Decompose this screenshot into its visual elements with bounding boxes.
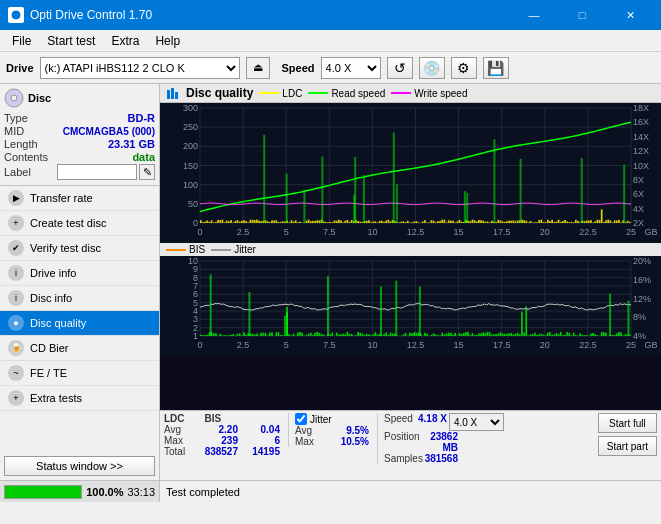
chart2-header: BIS Jitter (160, 243, 661, 256)
menubar: File Start test Extra Help (0, 30, 661, 52)
nav-drive-info[interactable]: i Drive info (0, 261, 159, 286)
nav-create-test-disc[interactable]: + Create test disc (0, 211, 159, 236)
disc-section: Disc Type BD-R MID CMCMAGBA5 (000) Lengt… (0, 84, 159, 186)
progress-time: 33:13 (127, 486, 155, 498)
legend-write-speed: Write speed (391, 88, 467, 99)
disc-quality-icon: ● (8, 315, 24, 331)
nav-disc-info[interactable]: i Disc info (0, 286, 159, 311)
disc-header: Disc (4, 88, 155, 108)
disc-length-label: Length (4, 138, 38, 150)
speed-selector[interactable]: 4.0 X (449, 413, 504, 431)
chart-title: Disc quality (186, 86, 253, 100)
status-text: Test completed (166, 486, 240, 498)
charts-container: BIS Jitter (160, 103, 661, 410)
eject-button[interactable]: ⏏ (246, 57, 270, 79)
top-chart (160, 103, 661, 243)
disc-type-row: Type BD-R (4, 112, 155, 124)
verify-icon: ✔ (8, 240, 24, 256)
disc-icon (4, 88, 24, 108)
start-full-button[interactable]: Start full (598, 413, 657, 433)
legend-ldc: LDC (259, 88, 302, 99)
nav-disc-quality[interactable]: ● Disc quality (0, 311, 159, 336)
nav-cd-bier[interactable]: 🍺 CD Bier (0, 336, 159, 361)
disc-header-text: Disc (28, 92, 51, 104)
progress-value: 100.0% (86, 486, 123, 498)
disc-contents-label: Contents (4, 151, 48, 163)
max-row: Max 239 6 (164, 435, 280, 446)
svg-point-0 (11, 10, 21, 20)
menu-extra[interactable]: Extra (103, 32, 147, 50)
avg-row: Avg 2.20 0.04 (164, 424, 280, 435)
status-bar: Test completed (160, 480, 661, 502)
legend-jitter-color (211, 249, 231, 251)
refresh-button[interactable]: ↺ (387, 57, 413, 79)
jitter-checkbox[interactable] (295, 413, 307, 425)
disc-mid-label: MID (4, 125, 24, 137)
titlebar-controls: — □ ✕ (511, 0, 653, 30)
speed-display: 4.18 X (418, 413, 447, 431)
legend-write-speed-color (391, 92, 411, 94)
nav-extra-tests[interactable]: + Extra tests (0, 386, 159, 411)
chart-icon (166, 86, 180, 100)
disc-label-input[interactable] (57, 164, 137, 180)
status-window-button[interactable]: Status window >> (4, 456, 155, 476)
disc-type-value: BD-R (128, 112, 156, 124)
app-icon (8, 7, 24, 23)
nav-list: ▶ Transfer rate + Create test disc ✔ Ver… (0, 186, 159, 411)
titlebar: Opti Drive Control 1.70 — □ ✕ (0, 0, 661, 30)
bottom-chart (160, 256, 661, 356)
maximize-button[interactable]: □ (559, 0, 605, 30)
legend-bis-color (166, 249, 186, 251)
create-disc-icon: + (8, 215, 24, 231)
extra-tests-icon: + (8, 390, 24, 406)
right-panel: Disc quality LDC Read speed Write speed … (160, 84, 661, 502)
ldc-header: LDC BIS (164, 413, 280, 424)
label-edit-button[interactable]: ✎ (139, 164, 155, 180)
speed-label: Speed (282, 62, 315, 74)
position-row: Position 23862 MB (384, 431, 504, 453)
chart-header: Disc quality LDC Read speed Write speed (160, 84, 661, 103)
disc-mid-row: MID CMCMAGBA5 (000) (4, 125, 155, 137)
nav-fe-te[interactable]: ~ FE / TE (0, 361, 159, 386)
main-content: Disc Type BD-R MID CMCMAGBA5 (000) Lengt… (0, 84, 661, 502)
jitter-header: Jitter (295, 413, 369, 425)
close-button[interactable]: ✕ (607, 0, 653, 30)
legend-ldc-color (259, 92, 279, 94)
speed-select[interactable]: 4.0 X (321, 57, 381, 79)
minimize-button[interactable]: — (511, 0, 557, 30)
save-button[interactable]: 💾 (483, 57, 509, 79)
disc-length-value: 23.31 GB (108, 138, 155, 150)
titlebar-title: Opti Drive Control 1.70 (30, 8, 152, 22)
action-buttons: Start full Start part (598, 413, 657, 456)
jitter-stats: Jitter Avg 9.5% Max 10.5% (288, 413, 369, 447)
svg-rect-4 (171, 88, 174, 99)
svg-rect-3 (167, 90, 170, 99)
svg-rect-5 (175, 92, 178, 99)
drive-info-icon: i (8, 265, 24, 281)
progress-fill (5, 486, 81, 498)
disc-button[interactable]: 💿 (419, 57, 445, 79)
disc-length-row: Length 23.31 GB (4, 138, 155, 150)
menu-file[interactable]: File (4, 32, 39, 50)
jitter-max-row: Max 10.5% (295, 436, 369, 447)
start-part-button[interactable]: Start part (598, 436, 657, 456)
progress-bar (4, 485, 82, 499)
disc-mid-value: CMCMAGBA5 (000) (63, 126, 155, 137)
nav-verify-test-disc[interactable]: ✔ Verify test disc (0, 236, 159, 261)
cd-bier-icon: 🍺 (8, 340, 24, 356)
disc-info-icon: i (8, 290, 24, 306)
drive-label: Drive (6, 62, 34, 74)
disc-label-label: Label (4, 166, 31, 178)
samples-row: Samples 381568 (384, 453, 504, 464)
settings-button[interactable]: ⚙ (451, 57, 477, 79)
menu-help[interactable]: Help (147, 32, 188, 50)
legend-read-speed: Read speed (308, 88, 385, 99)
left-panel: Disc Type BD-R MID CMCMAGBA5 (000) Lengt… (0, 84, 160, 502)
progress-bar-container: 100.0% 33:13 (0, 480, 159, 502)
total-row: Total 838527 14195 (164, 446, 280, 457)
menu-start-test[interactable]: Start test (39, 32, 103, 50)
disc-type-label: Type (4, 112, 28, 124)
drive-select[interactable]: (k:) ATAPI iHBS112 2 CLO K (40, 57, 240, 79)
nav-transfer-rate[interactable]: ▶ Transfer rate (0, 186, 159, 211)
disc-label-row: Label ✎ (4, 164, 155, 180)
